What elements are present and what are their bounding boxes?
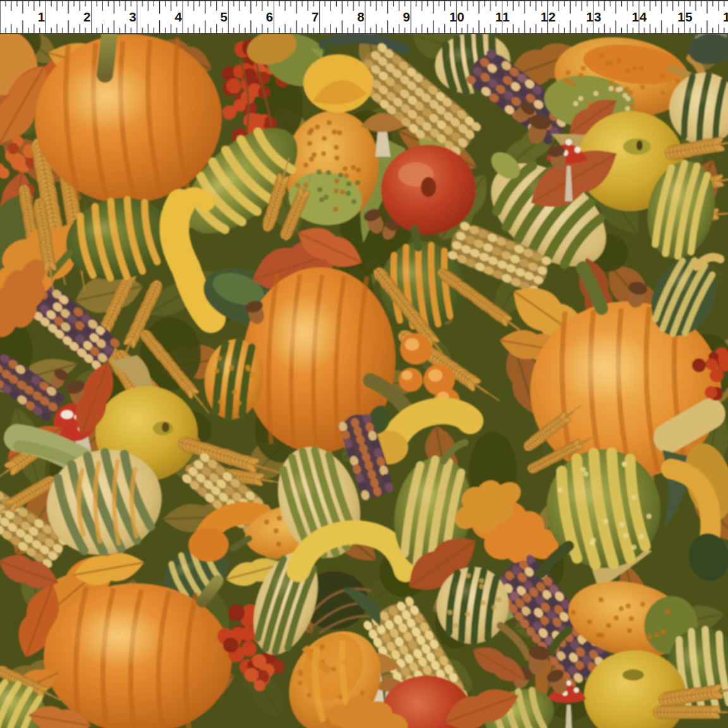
svg-text:2: 2 [83, 9, 91, 24]
svg-text:6: 6 [266, 9, 274, 24]
svg-text:7: 7 [312, 9, 319, 24]
svg-text:5: 5 [221, 9, 228, 24]
svg-text:12: 12 [540, 9, 556, 24]
svg-text:11: 11 [495, 9, 511, 24]
svg-text:9: 9 [403, 9, 410, 24]
svg-text:15: 15 [677, 9, 693, 24]
svg-text:16: 16 [723, 9, 728, 24]
svg-text:3: 3 [129, 9, 136, 24]
svg-text:4: 4 [174, 9, 182, 24]
svg-text:1: 1 [38, 9, 46, 24]
svg-text:13: 13 [586, 9, 602, 24]
svg-text:8: 8 [357, 9, 365, 24]
svg-text:10: 10 [449, 9, 465, 24]
svg-text:14: 14 [632, 9, 648, 24]
